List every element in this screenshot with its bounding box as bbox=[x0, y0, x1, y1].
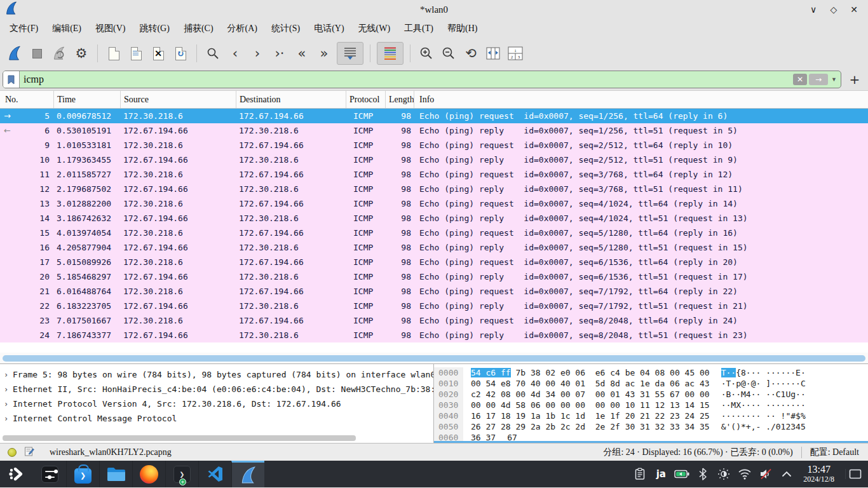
column-header-length[interactable]: Length bbox=[386, 91, 414, 108]
close-button[interactable]: ✕ bbox=[844, 0, 864, 19]
stop-capture-button[interactable] bbox=[27, 42, 46, 65]
capture-options-button[interactable]: ⚙ bbox=[72, 42, 91, 65]
menu-item-0[interactable]: 文件(F) bbox=[3, 21, 45, 36]
hex-bytes[interactable]: 00 00 4d 58 06 00 00 00 00 00 10 11 12 1… bbox=[463, 400, 710, 410]
column-header-protocol[interactable]: Protocol bbox=[346, 91, 386, 108]
hex-ascii[interactable]: ········ ·· !"#$% bbox=[710, 410, 868, 421]
expert-info-button[interactable] bbox=[8, 448, 17, 457]
menu-item-7[interactable]: 电话(Y) bbox=[307, 21, 351, 36]
column-header-info[interactable]: Info bbox=[414, 91, 868, 108]
first-packet-button[interactable]: « bbox=[292, 42, 311, 65]
menu-item-6[interactable]: 统计(S) bbox=[264, 21, 307, 36]
brightness-tray-button[interactable] bbox=[715, 465, 732, 483]
menu-item-1[interactable]: 编辑(E) bbox=[45, 21, 88, 36]
resize-columns-button[interactable] bbox=[484, 42, 503, 65]
menu-item-4[interactable]: 捕获(C) bbox=[177, 21, 220, 36]
packet-row[interactable]: 164.205877904172.67.194.66172.30.218.6IC… bbox=[0, 240, 868, 255]
minimize-button[interactable]: ∨ bbox=[803, 0, 824, 19]
packet-row[interactable]: 226.183223705172.67.194.66172.30.218.6IC… bbox=[0, 299, 868, 313]
hex-bytes[interactable]: 26 27 28 29 2a 2b 2c 2d 2e 2f 30 31 32 3… bbox=[463, 421, 710, 432]
open-file-button[interactable] bbox=[104, 42, 123, 65]
add-filter-button-plus[interactable]: + bbox=[846, 72, 863, 87]
terminal-button[interactable]: ❯+ bbox=[165, 461, 198, 487]
packet-row[interactable]: 5→0.009678512172.30.218.6172.67.194.66IC… bbox=[0, 109, 868, 123]
restart-capture-button[interactable] bbox=[50, 42, 69, 65]
packet-row[interactable]: 143.186742632172.67.194.66172.30.218.6IC… bbox=[0, 211, 868, 226]
display-filter-input[interactable] bbox=[20, 74, 793, 85]
packet-row[interactable]: 122.179687502172.67.194.66172.30.218.6IC… bbox=[0, 182, 868, 196]
clipboard-tray-button[interactable] bbox=[632, 465, 648, 483]
hscrollbar-thumb[interactable] bbox=[3, 355, 865, 362]
hex-bytes[interactable]: c2 42 08 00 4d 34 00 07 00 01 43 31 55 6… bbox=[463, 389, 710, 400]
packet-row[interactable]: 154.013974054172.30.218.6172.67.194.66IC… bbox=[0, 226, 868, 240]
hex-ascii[interactable]: ·T·p@·@· ]······C bbox=[710, 378, 868, 389]
hex-row[interactable]: 004016 17 18 19 1a 1b 1c 1d 1e 1f 20 21 … bbox=[434, 410, 868, 421]
detail-line[interactable]: ›Ethernet II, Src: HonHaiPrecis_c4:be:04… bbox=[0, 382, 433, 396]
normal-size-button[interactable]: ⟲ bbox=[461, 42, 480, 65]
packet-row[interactable]: 6←0.530105191172.67.194.66172.30.218.6IC… bbox=[0, 123, 868, 138]
previous-packet-button[interactable]: ‹ bbox=[226, 42, 245, 65]
packet-row[interactable]: 247.186743377172.67.194.66172.30.218.6IC… bbox=[0, 328, 868, 342]
wireshark-taskbar-button[interactable] bbox=[231, 461, 264, 487]
hex-bytes[interactable]: 00 54 e8 70 40 00 40 01 5d 8d ac 1e da 0… bbox=[463, 378, 710, 389]
maximize-button[interactable]: ◇ bbox=[824, 0, 844, 19]
detail-line[interactable]: ›Frame 5: 98 bytes on wire (784 bits), 9… bbox=[0, 367, 433, 382]
column-header-source[interactable]: Source bbox=[121, 91, 236, 108]
vscode-button[interactable] bbox=[198, 461, 231, 487]
packet-row[interactable]: 237.017501667172.30.218.6172.67.194.66IC… bbox=[0, 313, 868, 328]
capture-comment-button[interactable] bbox=[24, 446, 34, 459]
layout-button[interactable]: 1 2 3 bbox=[506, 42, 525, 65]
packet-row[interactable]: 216.016488764172.30.218.6172.67.194.66IC… bbox=[0, 284, 868, 299]
save-file-button[interactable] bbox=[126, 42, 146, 65]
detail-line[interactable]: ›Internet Protocol Version 4, Src: 172.3… bbox=[0, 396, 433, 411]
detail-line[interactable]: ›Internet Control Message Protocol bbox=[0, 411, 433, 426]
packet-row[interactable]: 133.012882200172.30.218.6172.67.194.66IC… bbox=[0, 196, 868, 211]
hex-row[interactable]: 000054 c6 ff 7b 38 02 e0 06 e6 c4 be 04 … bbox=[434, 367, 868, 378]
column-header-time[interactable]: Time bbox=[54, 91, 121, 108]
wifi-tray-button[interactable] bbox=[736, 465, 753, 483]
menu-item-9[interactable]: 工具(T) bbox=[397, 21, 440, 36]
bytes-hscrollbar[interactable] bbox=[434, 441, 868, 443]
start-capture-button[interactable] bbox=[5, 42, 24, 65]
next-packet-button[interactable]: › bbox=[248, 42, 267, 65]
hex-row[interactable]: 001000 54 e8 70 40 00 40 01 5d 8d ac 1e … bbox=[434, 378, 868, 389]
close-file-button[interactable]: ✕ bbox=[149, 42, 168, 65]
profile-label[interactable]: 配置: Default bbox=[810, 447, 859, 458]
hex-ascii[interactable]: T··{8··· ······E· bbox=[710, 367, 868, 378]
detail-hscrollbar-thumb[interactable] bbox=[3, 435, 356, 441]
packet-row[interactable]: 205.185468297172.67.194.66172.30.218.6IC… bbox=[0, 269, 868, 284]
file-manager-button[interactable] bbox=[99, 461, 132, 487]
bluetooth-tray-button[interactable] bbox=[695, 465, 711, 483]
zoom-out-button[interactable] bbox=[439, 42, 458, 65]
expander-chevron-icon[interactable]: › bbox=[4, 414, 13, 423]
zoom-in-button[interactable] bbox=[417, 42, 436, 65]
menu-item-8[interactable]: 无线(W) bbox=[351, 21, 398, 36]
input-method-indicator[interactable]: ja bbox=[653, 465, 669, 483]
battery-tray-button[interactable] bbox=[674, 465, 690, 483]
hex-bytes[interactable]: 16 17 18 19 1a 1b 1c 1d 1e 1f 20 21 22 2… bbox=[463, 410, 710, 421]
volume-muted-tray-button[interactable] bbox=[757, 465, 774, 483]
column-header-no[interactable]: No. bbox=[0, 91, 54, 108]
filter-dropdown-caret[interactable]: ▼ bbox=[830, 76, 838, 83]
packet-row[interactable]: 112.011585727172.30.218.6172.67.194.66IC… bbox=[0, 167, 868, 182]
menu-item-3[interactable]: 跳转(G) bbox=[132, 21, 176, 36]
colorize-toggle[interactable] bbox=[377, 42, 403, 65]
hex-row[interactable]: 0020c2 42 08 00 4d 34 00 07 00 01 43 31 … bbox=[434, 389, 868, 400]
firefox-button[interactable] bbox=[132, 461, 165, 487]
hex-row[interactable]: 003000 00 4d 58 06 00 00 00 00 00 10 11 … bbox=[434, 400, 868, 410]
find-packet-button[interactable] bbox=[203, 42, 222, 65]
hex-row[interactable]: 005026 27 28 29 2a 2b 2c 2d 2e 2f 30 31 … bbox=[434, 421, 868, 432]
auto-scroll-toggle[interactable] bbox=[337, 42, 363, 65]
clear-filter-button[interactable]: ✕ bbox=[793, 74, 807, 85]
show-desktop-button[interactable] bbox=[845, 469, 864, 479]
packet-row[interactable]: 91.010533181172.30.218.6172.67.194.66ICM… bbox=[0, 138, 868, 152]
hex-ascii[interactable]: &'()*+,- ./012345 bbox=[710, 421, 868, 432]
menu-item-5[interactable]: 分析(A) bbox=[220, 21, 264, 36]
hex-ascii[interactable]: ·B··M4·· ··C1Ug·· bbox=[710, 389, 868, 400]
column-header-destination[interactable]: Destination bbox=[236, 91, 346, 108]
expander-chevron-icon[interactable]: › bbox=[4, 400, 13, 409]
hex-ascii[interactable]: ··MX···· ········ bbox=[710, 400, 868, 410]
packet-row[interactable]: 101.179363455172.67.194.66172.30.218.6IC… bbox=[0, 152, 868, 167]
packet-row[interactable]: 175.015089926172.30.218.6172.67.194.66IC… bbox=[0, 255, 868, 269]
menu-item-10[interactable]: 帮助(H) bbox=[440, 21, 484, 36]
